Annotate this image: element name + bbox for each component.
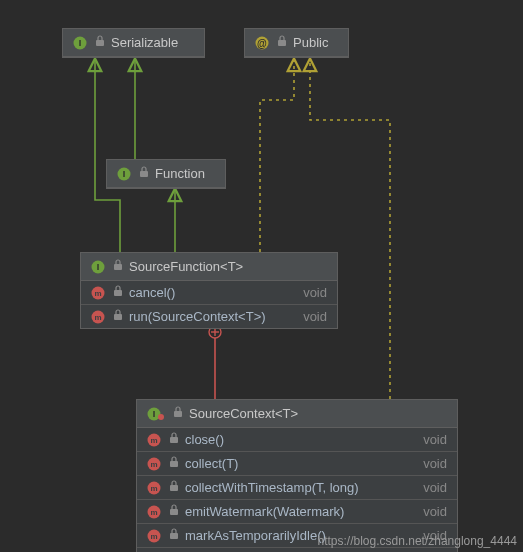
- svg-text:@: @: [257, 37, 267, 48]
- member-type: void: [423, 480, 447, 495]
- method-icon: m: [91, 286, 105, 300]
- svg-text:m: m: [150, 436, 157, 445]
- svg-rect-11: [140, 171, 148, 177]
- lock-icon: [169, 432, 179, 447]
- member-type: void: [303, 285, 327, 300]
- member-name: emitWatermark(Watermark): [185, 504, 415, 519]
- method-icon: m: [147, 505, 161, 519]
- member-type: void: [423, 456, 447, 471]
- node-serializable[interactable]: I Serializable: [62, 28, 205, 58]
- lock-icon: [113, 309, 123, 324]
- svg-rect-33: [170, 485, 178, 491]
- node-header: I SourceFunction<T>: [81, 253, 337, 281]
- node-title: Function: [155, 166, 205, 181]
- member-name: collectWithTimestamp(T, long): [185, 480, 415, 495]
- svg-rect-39: [170, 533, 178, 539]
- member-name: collect(T): [185, 456, 415, 471]
- svg-text:I: I: [79, 38, 82, 48]
- method-icon: m: [147, 529, 161, 543]
- member-name: cancel(): [129, 285, 295, 300]
- svg-rect-36: [170, 509, 178, 515]
- node-public[interactable]: @ Public: [244, 28, 349, 58]
- node-header: I Serializable: [63, 29, 204, 57]
- lock-icon: [113, 285, 123, 300]
- member-name: run(SourceContext<T>): [129, 309, 295, 324]
- svg-rect-17: [114, 290, 122, 296]
- interface-icon: I: [147, 407, 165, 421]
- svg-text:m: m: [94, 289, 101, 298]
- svg-text:m: m: [150, 484, 157, 493]
- member-row: m run(SourceContext<T>) void: [81, 304, 337, 328]
- member-row: m emitWatermark(Watermark) void: [137, 499, 457, 523]
- svg-rect-20: [114, 314, 122, 320]
- member-row: m collect(T) void: [137, 451, 457, 475]
- member-name: close(): [185, 432, 415, 447]
- node-sourcecontext[interactable]: I SourceContext<T> m close() void m coll…: [136, 399, 458, 552]
- interface-icon: I: [91, 260, 105, 274]
- lock-icon: [173, 406, 183, 421]
- svg-rect-30: [170, 461, 178, 467]
- svg-rect-24: [174, 411, 182, 417]
- lock-icon: [169, 528, 179, 543]
- member-type: void: [423, 504, 447, 519]
- member-row: m cancel() void: [81, 281, 337, 304]
- member-type: void: [303, 309, 327, 324]
- svg-rect-5: [96, 40, 104, 46]
- node-sourcefunction[interactable]: I SourceFunction<T> m cancel() void m ru…: [80, 252, 338, 329]
- node-title: Serializable: [111, 35, 178, 50]
- member-row: m close() void: [137, 428, 457, 451]
- lock-icon: [169, 456, 179, 471]
- node-title: SourceContext<T>: [189, 406, 298, 421]
- watermark-text: https://blog.csdn.net/zhanglong_4444: [318, 534, 518, 548]
- lock-icon: [139, 166, 149, 181]
- node-header: I SourceContext<T>: [137, 400, 457, 428]
- lock-icon: [169, 480, 179, 495]
- lock-icon: [277, 35, 287, 50]
- svg-text:m: m: [150, 508, 157, 517]
- lock-icon: [113, 259, 123, 274]
- interface-icon: I: [117, 167, 131, 181]
- method-icon: m: [147, 433, 161, 447]
- member-type: void: [423, 432, 447, 447]
- svg-text:m: m: [150, 532, 157, 541]
- svg-text:I: I: [153, 409, 156, 419]
- method-icon: m: [147, 481, 161, 495]
- svg-rect-27: [170, 437, 178, 443]
- lock-icon: [169, 504, 179, 519]
- annotation-icon: @: [255, 36, 269, 50]
- node-header: I Function: [107, 160, 225, 188]
- node-title: Public: [293, 35, 328, 50]
- svg-rect-8: [278, 40, 286, 46]
- svg-text:I: I: [97, 262, 100, 272]
- member-list: m cancel() void m run(SourceContext<T>) …: [81, 281, 337, 328]
- member-row: m collectWithTimestamp(T, long) void: [137, 475, 457, 499]
- node-header: @ Public: [245, 29, 348, 57]
- svg-text:I: I: [123, 169, 126, 179]
- node-title: SourceFunction<T>: [129, 259, 243, 274]
- lock-icon: [95, 35, 105, 50]
- method-icon: m: [147, 457, 161, 471]
- method-icon: m: [91, 310, 105, 324]
- svg-text:m: m: [94, 313, 101, 322]
- svg-rect-14: [114, 264, 122, 270]
- svg-text:m: m: [150, 460, 157, 469]
- node-function[interactable]: I Function: [106, 159, 226, 189]
- svg-point-23: [158, 414, 164, 420]
- interface-icon: I: [73, 36, 87, 50]
